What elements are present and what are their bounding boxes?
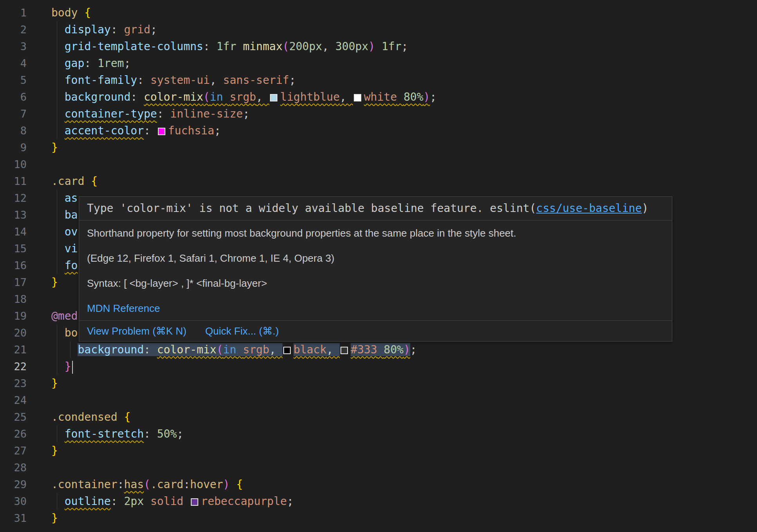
- code-line-row[interactable]: 8 accent-color: fuchsia;: [0, 122, 757, 139]
- line-number[interactable]: 19: [0, 308, 27, 324]
- code-line-row[interactable]: 21 background: color-mix(in srgb, black,…: [0, 341, 757, 358]
- token: [51, 259, 65, 272]
- line-number[interactable]: 24: [0, 392, 27, 409]
- line-number[interactable]: 17: [0, 274, 27, 291]
- code-line-row[interactable]: 7 container-type: inline-size;: [0, 105, 757, 122]
- code-line-row[interactable]: 6 background: color-mix(in srgb, lightbl…: [0, 89, 757, 105]
- color-swatch[interactable]: [354, 94, 361, 101]
- mdn-reference-link[interactable]: MDN Reference: [87, 302, 160, 315]
- quick-fix-link[interactable]: Quick Fix... (⌘.): [205, 325, 279, 337]
- code-line[interactable]: background: color-mix(in srgb, black, #3…: [51, 341, 757, 358]
- code-line[interactable]: [51, 156, 757, 173]
- line-number[interactable]: 20: [0, 324, 27, 341]
- code-line[interactable]: }: [51, 139, 757, 156]
- code-line-row[interactable]: 3 grid-template-columns: 1fr minmax(200p…: [0, 38, 757, 55]
- code-line[interactable]: .condensed {: [51, 409, 757, 425]
- color-swatch[interactable]: [270, 94, 277, 101]
- code-line[interactable]: font-family: system-ui, sans-serif;: [51, 72, 757, 89]
- code-line-row[interactable]: 9}: [0, 139, 757, 156]
- code-line[interactable]: grid-template-columns: 1fr minmax(200px,…: [51, 38, 757, 55]
- token: :: [84, 57, 98, 70]
- code-line[interactable]: container-type: inline-size;: [51, 105, 757, 122]
- code-line-row[interactable]: 27}: [0, 442, 757, 459]
- line-number[interactable]: 23: [0, 375, 27, 392]
- code-line-row[interactable]: 11.card {: [0, 173, 757, 190]
- line-number[interactable]: 2: [0, 21, 27, 38]
- line-number[interactable]: 29: [0, 476, 27, 493]
- code-line-row[interactable]: 10: [0, 156, 757, 173]
- code-line-row[interactable]: 1body {: [0, 4, 757, 21]
- code-line[interactable]: .card {: [51, 173, 757, 190]
- code-line[interactable]: [51, 392, 757, 409]
- token: .container: [51, 478, 118, 491]
- line-number[interactable]: 7: [0, 105, 27, 122]
- code-line[interactable]: font-stretch: 50%;: [51, 425, 757, 442]
- code-line[interactable]: display: grid;: [51, 21, 757, 38]
- token: :: [111, 23, 124, 36]
- code-line-row[interactable]: 29.container:has(.card:hover) {: [0, 476, 757, 493]
- line-number[interactable]: 14: [0, 223, 27, 240]
- line-number[interactable]: 25: [0, 409, 27, 425]
- color-swatch[interactable]: [158, 128, 165, 135]
- line-number[interactable]: 18: [0, 291, 27, 308]
- token: }: [51, 276, 58, 289]
- code-line[interactable]: }: [51, 375, 757, 392]
- line-number[interactable]: 3: [0, 38, 27, 55]
- line-number[interactable]: 6: [0, 89, 27, 105]
- code-line-row[interactable]: 4 gap: 1rem;: [0, 55, 757, 72]
- code-line-row[interactable]: 28: [0, 459, 757, 476]
- code-line-row[interactable]: 2 display: grid;: [0, 21, 757, 38]
- token: ;: [410, 343, 417, 356]
- code-line-row[interactable]: 31}: [0, 510, 757, 527]
- line-number[interactable]: 31: [0, 510, 27, 527]
- line-number[interactable]: 10: [0, 156, 27, 173]
- line-number[interactable]: 9: [0, 139, 27, 156]
- color-swatch[interactable]: [191, 498, 198, 506]
- line-number[interactable]: 15: [0, 240, 27, 257]
- line-number[interactable]: 16: [0, 257, 27, 274]
- token: }: [51, 377, 58, 390]
- token: :: [118, 478, 124, 491]
- line-number[interactable]: 30: [0, 493, 27, 510]
- line-number[interactable]: 8: [0, 122, 27, 139]
- line-number[interactable]: 27: [0, 442, 27, 459]
- code-line-row[interactable]: 23}: [0, 375, 757, 392]
- code-line-row[interactable]: 22 }: [0, 358, 757, 375]
- code-line[interactable]: [51, 459, 757, 476]
- code-line[interactable]: background: color-mix(in srgb, lightblue…: [51, 89, 757, 105]
- token: [51, 40, 65, 53]
- token: :: [137, 74, 150, 87]
- token: background: [65, 90, 131, 103]
- code-line[interactable]: gap: 1rem;: [51, 55, 757, 72]
- code-line-row[interactable]: 25.condensed {: [0, 409, 757, 425]
- code-line[interactable]: }: [51, 358, 757, 375]
- view-problem-link[interactable]: View Problem (⌘K N): [87, 325, 187, 337]
- line-number[interactable]: 28: [0, 459, 27, 476]
- line-number[interactable]: 5: [0, 72, 27, 89]
- code-line[interactable]: accent-color: fuchsia;: [51, 122, 757, 139]
- code-line[interactable]: outline: 2px solid rebeccapurple;: [51, 493, 757, 510]
- token: [51, 326, 65, 339]
- code-line[interactable]: }: [51, 442, 757, 459]
- line-number[interactable]: 21: [0, 341, 27, 358]
- line-number[interactable]: 22: [0, 358, 27, 375]
- token: ): [368, 40, 375, 53]
- diagnostic-rule-link[interactable]: css/use-baseline: [536, 202, 642, 215]
- code-line[interactable]: }: [51, 510, 757, 527]
- color-swatch[interactable]: [340, 347, 348, 354]
- token: {: [91, 175, 98, 188]
- code-line-row[interactable]: 24: [0, 392, 757, 409]
- code-line-row[interactable]: 30 outline: 2px solid rebeccapurple;: [0, 493, 757, 510]
- line-number[interactable]: 26: [0, 425, 27, 442]
- code-line-row[interactable]: 26 font-stretch: 50%;: [0, 425, 757, 442]
- token: 300px: [335, 40, 368, 53]
- color-swatch[interactable]: [283, 347, 291, 354]
- line-number[interactable]: 12: [0, 190, 27, 206]
- code-line[interactable]: .container:has(.card:hover) {: [51, 476, 757, 493]
- line-number[interactable]: 11: [0, 173, 27, 190]
- line-number[interactable]: 1: [0, 4, 27, 21]
- code-line[interactable]: body {: [51, 4, 757, 21]
- line-number[interactable]: 4: [0, 55, 27, 72]
- line-number[interactable]: 13: [0, 206, 27, 223]
- code-line-row[interactable]: 5 font-family: system-ui, sans-serif;: [0, 72, 757, 89]
